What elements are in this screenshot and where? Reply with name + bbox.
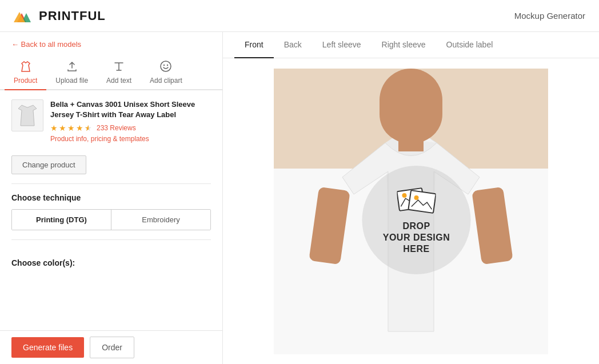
technique-buttons: Printing (DTG) Embroidery: [11, 209, 211, 230]
change-product-button[interactable]: Change product: [11, 155, 86, 174]
drop-zone-text: DROP YOUR DESIGN HERE: [383, 221, 450, 255]
main-layout: ← Back to all models Product Uplo: [0, 32, 599, 364]
header: PRINTFUL Mockup Generator: [0, 0, 599, 32]
product-info-link[interactable]: Product info, pricing & templates: [50, 135, 211, 143]
technique-section: Choose technique Printing (DTG) Embroide…: [11, 193, 211, 230]
technique-title: Choose technique: [11, 193, 211, 202]
product-info: Bella + Canvas 3001 Unisex Short Sleeve …: [50, 99, 211, 149]
text-tab-icon: [113, 60, 125, 74]
product-name: Bella + Canvas 3001 Unisex Short Sleeve …: [50, 99, 211, 120]
color-title: Choose color(s):: [11, 258, 211, 267]
tab-bar: Product Upload file Add text: [0, 54, 222, 90]
star-1: ★: [50, 123, 58, 133]
technique-embroidery-button[interactable]: Embroidery: [111, 210, 210, 230]
tab-text-label: Add text: [106, 77, 131, 85]
divider-2: [11, 239, 211, 240]
svg-rect-9: [408, 190, 436, 213]
back-link[interactable]: ← Back to all models: [0, 32, 222, 54]
star-rating: ★ ★ ★ ★ ★★ 233 Reviews: [50, 123, 211, 133]
tab-product[interactable]: Product: [5, 54, 46, 90]
color-section: Choose color(s):: [0, 258, 222, 283]
svg-point-4: [163, 65, 165, 66]
logo: PRINTFUL: [14, 7, 106, 25]
product-card: Bella + Canvas 3001 Unisex Short Sleeve …: [11, 99, 211, 149]
reviews-link[interactable]: 233 Reviews: [97, 124, 136, 132]
drop-zone[interactable]: DROP YOUR DESIGN HERE: [362, 166, 471, 274]
product-tab-icon: [19, 60, 32, 74]
star-2: ★: [59, 123, 66, 133]
model-container: DROP YOUR DESIGN HERE: [274, 69, 548, 354]
tab-upload-label: Upload file: [55, 77, 88, 85]
view-tab-outside-label[interactable]: Outside label: [436, 32, 504, 58]
right-panel: Front Back Left sleeve Right sleeve Outs…: [223, 32, 599, 364]
star-4: ★: [76, 123, 83, 133]
view-tab-left-sleeve[interactable]: Left sleeve: [312, 32, 372, 58]
svg-point-3: [161, 61, 171, 71]
product-thumbnail: [11, 99, 43, 131]
logo-icon: [14, 7, 34, 25]
clipart-tab-icon: [159, 60, 172, 74]
svg-point-5: [167, 65, 168, 66]
tab-text[interactable]: Add text: [97, 54, 141, 90]
tab-product-label: Product: [14, 77, 37, 85]
upload-tab-icon: [66, 60, 78, 74]
divider-1: [11, 183, 211, 184]
drop-zone-icon: [397, 185, 436, 217]
left-panel: ← Back to all models Product Uplo: [0, 32, 223, 364]
view-tabs: Front Back Left sleeve Right sleeve Outs…: [223, 32, 599, 58]
page-title: Mockup Generator: [514, 11, 585, 21]
generate-files-button[interactable]: Generate files: [11, 337, 84, 358]
technique-dtg-button[interactable]: Printing (DTG): [12, 210, 111, 230]
product-section: Bella + Canvas 3001 Unisex Short Sleeve …: [0, 90, 222, 258]
tab-clipart[interactable]: Add clipart: [141, 54, 191, 90]
star-3: ★: [67, 123, 75, 133]
bottom-bar: Generate files Order: [0, 330, 222, 364]
star-half: ★★: [85, 123, 92, 133]
view-tab-front[interactable]: Front: [234, 32, 274, 58]
view-tab-back[interactable]: Back: [274, 32, 312, 58]
order-button[interactable]: Order: [90, 337, 134, 358]
tab-upload[interactable]: Upload file: [46, 54, 97, 90]
view-tab-right-sleeve[interactable]: Right sleeve: [372, 32, 436, 58]
model-neck: [398, 131, 424, 151]
mockup-area[interactable]: DROP YOUR DESIGN HERE: [223, 58, 599, 364]
tab-clipart-label: Add clipart: [150, 77, 182, 85]
